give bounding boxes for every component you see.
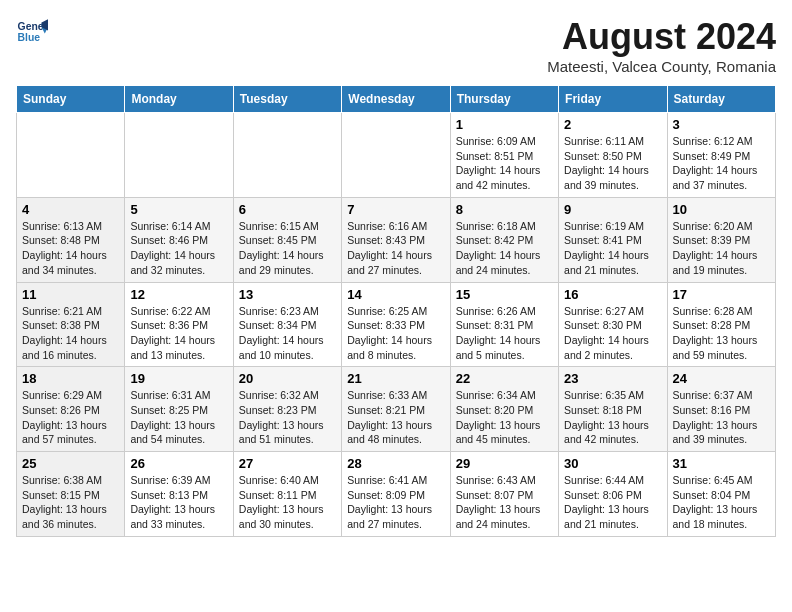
- day-info: Sunrise: 6:23 AM Sunset: 8:34 PM Dayligh…: [239, 304, 336, 363]
- calendar-week-row: 4Sunrise: 6:13 AM Sunset: 8:48 PM Daylig…: [17, 197, 776, 282]
- day-number: 7: [347, 202, 444, 217]
- calendar-cell: 17Sunrise: 6:28 AM Sunset: 8:28 PM Dayli…: [667, 282, 775, 367]
- day-number: 16: [564, 287, 661, 302]
- day-info: Sunrise: 6:14 AM Sunset: 8:46 PM Dayligh…: [130, 219, 227, 278]
- calendar-cell: 4Sunrise: 6:13 AM Sunset: 8:48 PM Daylig…: [17, 197, 125, 282]
- calendar-cell: 24Sunrise: 6:37 AM Sunset: 8:16 PM Dayli…: [667, 367, 775, 452]
- day-number: 13: [239, 287, 336, 302]
- calendar-cell: 8Sunrise: 6:18 AM Sunset: 8:42 PM Daylig…: [450, 197, 558, 282]
- day-info: Sunrise: 6:13 AM Sunset: 8:48 PM Dayligh…: [22, 219, 119, 278]
- day-info: Sunrise: 6:32 AM Sunset: 8:23 PM Dayligh…: [239, 388, 336, 447]
- calendar-cell: 19Sunrise: 6:31 AM Sunset: 8:25 PM Dayli…: [125, 367, 233, 452]
- day-number: 24: [673, 371, 770, 386]
- day-number: 22: [456, 371, 553, 386]
- calendar-cell: 9Sunrise: 6:19 AM Sunset: 8:41 PM Daylig…: [559, 197, 667, 282]
- day-header-saturday: Saturday: [667, 86, 775, 113]
- page-header: General Blue August 2024 Mateesti, Valce…: [16, 16, 776, 75]
- day-number: 25: [22, 456, 119, 471]
- day-info: Sunrise: 6:11 AM Sunset: 8:50 PM Dayligh…: [564, 134, 661, 193]
- calendar-cell: 27Sunrise: 6:40 AM Sunset: 8:11 PM Dayli…: [233, 452, 341, 537]
- day-info: Sunrise: 6:45 AM Sunset: 8:04 PM Dayligh…: [673, 473, 770, 532]
- day-number: 4: [22, 202, 119, 217]
- calendar-cell: [125, 113, 233, 198]
- location-subtitle: Mateesti, Valcea County, Romania: [547, 58, 776, 75]
- day-number: 23: [564, 371, 661, 386]
- day-number: 20: [239, 371, 336, 386]
- svg-text:Blue: Blue: [18, 32, 41, 43]
- day-number: 6: [239, 202, 336, 217]
- day-info: Sunrise: 6:20 AM Sunset: 8:39 PM Dayligh…: [673, 219, 770, 278]
- day-info: Sunrise: 6:26 AM Sunset: 8:31 PM Dayligh…: [456, 304, 553, 363]
- day-info: Sunrise: 6:35 AM Sunset: 8:18 PM Dayligh…: [564, 388, 661, 447]
- calendar-cell: 14Sunrise: 6:25 AM Sunset: 8:33 PM Dayli…: [342, 282, 450, 367]
- day-info: Sunrise: 6:29 AM Sunset: 8:26 PM Dayligh…: [22, 388, 119, 447]
- day-info: Sunrise: 6:39 AM Sunset: 8:13 PM Dayligh…: [130, 473, 227, 532]
- calendar-cell: 16Sunrise: 6:27 AM Sunset: 8:30 PM Dayli…: [559, 282, 667, 367]
- calendar-cell: 26Sunrise: 6:39 AM Sunset: 8:13 PM Dayli…: [125, 452, 233, 537]
- day-header-monday: Monday: [125, 86, 233, 113]
- calendar-cell: 3Sunrise: 6:12 AM Sunset: 8:49 PM Daylig…: [667, 113, 775, 198]
- day-number: 15: [456, 287, 553, 302]
- day-info: Sunrise: 6:34 AM Sunset: 8:20 PM Dayligh…: [456, 388, 553, 447]
- day-header-wednesday: Wednesday: [342, 86, 450, 113]
- day-number: 1: [456, 117, 553, 132]
- calendar-cell: 30Sunrise: 6:44 AM Sunset: 8:06 PM Dayli…: [559, 452, 667, 537]
- day-info: Sunrise: 6:28 AM Sunset: 8:28 PM Dayligh…: [673, 304, 770, 363]
- day-number: 30: [564, 456, 661, 471]
- day-info: Sunrise: 6:40 AM Sunset: 8:11 PM Dayligh…: [239, 473, 336, 532]
- calendar-cell: 11Sunrise: 6:21 AM Sunset: 8:38 PM Dayli…: [17, 282, 125, 367]
- day-header-tuesday: Tuesday: [233, 86, 341, 113]
- calendar-cell: 10Sunrise: 6:20 AM Sunset: 8:39 PM Dayli…: [667, 197, 775, 282]
- day-info: Sunrise: 6:16 AM Sunset: 8:43 PM Dayligh…: [347, 219, 444, 278]
- calendar-cell: 13Sunrise: 6:23 AM Sunset: 8:34 PM Dayli…: [233, 282, 341, 367]
- day-info: Sunrise: 6:44 AM Sunset: 8:06 PM Dayligh…: [564, 473, 661, 532]
- day-number: 26: [130, 456, 227, 471]
- calendar-cell: 18Sunrise: 6:29 AM Sunset: 8:26 PM Dayli…: [17, 367, 125, 452]
- day-header-sunday: Sunday: [17, 86, 125, 113]
- day-number: 18: [22, 371, 119, 386]
- day-info: Sunrise: 6:25 AM Sunset: 8:33 PM Dayligh…: [347, 304, 444, 363]
- day-info: Sunrise: 6:15 AM Sunset: 8:45 PM Dayligh…: [239, 219, 336, 278]
- calendar-header-row: SundayMondayTuesdayWednesdayThursdayFrid…: [17, 86, 776, 113]
- day-info: Sunrise: 6:41 AM Sunset: 8:09 PM Dayligh…: [347, 473, 444, 532]
- calendar-cell: 1Sunrise: 6:09 AM Sunset: 8:51 PM Daylig…: [450, 113, 558, 198]
- calendar-cell: 23Sunrise: 6:35 AM Sunset: 8:18 PM Dayli…: [559, 367, 667, 452]
- day-number: 17: [673, 287, 770, 302]
- calendar-week-row: 11Sunrise: 6:21 AM Sunset: 8:38 PM Dayli…: [17, 282, 776, 367]
- calendar-cell: 5Sunrise: 6:14 AM Sunset: 8:46 PM Daylig…: [125, 197, 233, 282]
- day-number: 14: [347, 287, 444, 302]
- calendar-week-row: 1Sunrise: 6:09 AM Sunset: 8:51 PM Daylig…: [17, 113, 776, 198]
- day-info: Sunrise: 6:38 AM Sunset: 8:15 PM Dayligh…: [22, 473, 119, 532]
- day-info: Sunrise: 6:19 AM Sunset: 8:41 PM Dayligh…: [564, 219, 661, 278]
- day-info: Sunrise: 6:37 AM Sunset: 8:16 PM Dayligh…: [673, 388, 770, 447]
- day-number: 31: [673, 456, 770, 471]
- calendar-cell: 22Sunrise: 6:34 AM Sunset: 8:20 PM Dayli…: [450, 367, 558, 452]
- calendar-cell: 25Sunrise: 6:38 AM Sunset: 8:15 PM Dayli…: [17, 452, 125, 537]
- calendar-cell: 12Sunrise: 6:22 AM Sunset: 8:36 PM Dayli…: [125, 282, 233, 367]
- day-number: 21: [347, 371, 444, 386]
- day-number: 11: [22, 287, 119, 302]
- calendar-cell: 7Sunrise: 6:16 AM Sunset: 8:43 PM Daylig…: [342, 197, 450, 282]
- day-info: Sunrise: 6:22 AM Sunset: 8:36 PM Dayligh…: [130, 304, 227, 363]
- day-info: Sunrise: 6:12 AM Sunset: 8:49 PM Dayligh…: [673, 134, 770, 193]
- day-info: Sunrise: 6:18 AM Sunset: 8:42 PM Dayligh…: [456, 219, 553, 278]
- day-number: 19: [130, 371, 227, 386]
- calendar-week-row: 18Sunrise: 6:29 AM Sunset: 8:26 PM Dayli…: [17, 367, 776, 452]
- day-number: 5: [130, 202, 227, 217]
- calendar-cell: 31Sunrise: 6:45 AM Sunset: 8:04 PM Dayli…: [667, 452, 775, 537]
- day-number: 9: [564, 202, 661, 217]
- day-info: Sunrise: 6:43 AM Sunset: 8:07 PM Dayligh…: [456, 473, 553, 532]
- logo-icon: General Blue: [16, 16, 48, 48]
- day-number: 3: [673, 117, 770, 132]
- calendar-cell: [342, 113, 450, 198]
- day-number: 29: [456, 456, 553, 471]
- calendar-cell: 21Sunrise: 6:33 AM Sunset: 8:21 PM Dayli…: [342, 367, 450, 452]
- logo: General Blue: [16, 16, 48, 48]
- calendar-cell: [17, 113, 125, 198]
- day-number: 12: [130, 287, 227, 302]
- calendar-cell: 15Sunrise: 6:26 AM Sunset: 8:31 PM Dayli…: [450, 282, 558, 367]
- day-number: 8: [456, 202, 553, 217]
- calendar-table: SundayMondayTuesdayWednesdayThursdayFrid…: [16, 85, 776, 537]
- calendar-week-row: 25Sunrise: 6:38 AM Sunset: 8:15 PM Dayli…: [17, 452, 776, 537]
- day-number: 10: [673, 202, 770, 217]
